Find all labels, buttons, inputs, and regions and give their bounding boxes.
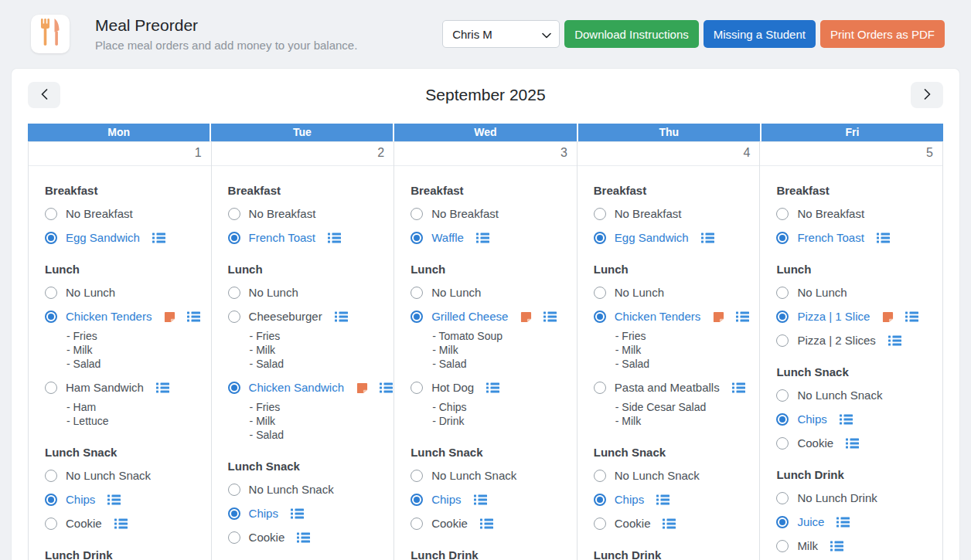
radio-button[interactable] <box>45 494 57 506</box>
previous-month-button[interactable] <box>28 82 60 108</box>
radio-button[interactable] <box>45 518 57 530</box>
meal-option[interactable]: Pizza | 2 Slices <box>760 334 942 348</box>
ingredients-list-icon[interactable] <box>474 494 487 505</box>
note-icon[interactable] <box>713 311 724 323</box>
radio-button[interactable] <box>594 311 606 323</box>
ingredients-list-icon[interactable] <box>291 508 304 519</box>
meal-option[interactable]: Grilled Cheese <box>394 310 577 324</box>
radio-button[interactable] <box>594 518 606 530</box>
ingredients-list-icon[interactable] <box>476 232 489 243</box>
ingredients-list-icon[interactable] <box>114 518 128 529</box>
radio-button[interactable] <box>228 507 240 520</box>
ingredients-list-icon[interactable] <box>187 311 200 322</box>
download-instructions-button[interactable]: Download Instructions <box>564 20 699 48</box>
radio-button[interactable] <box>228 287 240 299</box>
meal-option[interactable]: No Breakfast <box>29 207 211 221</box>
radio-button[interactable] <box>594 232 606 244</box>
ingredients-list-icon[interactable] <box>888 335 901 346</box>
missing-student-button[interactable]: Missing a Student <box>704 20 816 48</box>
radio-button[interactable] <box>776 287 789 299</box>
meal-option[interactable]: No Lunch <box>577 286 760 300</box>
meal-option[interactable]: Cookie <box>394 517 577 531</box>
radio-button[interactable] <box>776 492 789 504</box>
note-icon[interactable] <box>520 311 532 323</box>
ingredients-list-icon[interactable] <box>297 532 310 543</box>
radio-button[interactable] <box>594 208 606 220</box>
meal-option[interactable]: Chicken Tenders <box>29 310 211 324</box>
meal-option[interactable]: Chips <box>394 493 577 507</box>
radio-button[interactable] <box>45 208 57 220</box>
meal-option[interactable]: No Lunch <box>212 286 394 300</box>
radio-button[interactable] <box>776 516 789 528</box>
radio-button[interactable] <box>776 540 789 552</box>
radio-button[interactable] <box>776 437 789 450</box>
meal-option[interactable]: Chips <box>577 493 760 507</box>
radio-button[interactable] <box>776 334 789 347</box>
radio-button[interactable] <box>776 232 789 244</box>
meal-option[interactable]: No Lunch Snack <box>577 469 760 483</box>
meal-option[interactable]: No Lunch Drink <box>760 491 942 505</box>
meal-option[interactable]: Chips <box>212 507 394 521</box>
meal-option[interactable]: Pasta and Meatballs <box>577 381 760 395</box>
radio-button[interactable] <box>594 287 606 299</box>
radio-button[interactable] <box>776 208 789 220</box>
meal-option[interactable]: Egg Sandwich <box>577 231 760 245</box>
meal-option[interactable]: Cookie <box>212 531 394 545</box>
meal-option[interactable]: No Lunch Snack <box>394 469 577 483</box>
meal-option[interactable]: No Breakfast <box>577 207 760 221</box>
ingredients-list-icon[interactable] <box>840 414 853 425</box>
ingredients-list-icon[interactable] <box>335 311 348 322</box>
radio-button[interactable] <box>45 287 57 299</box>
note-icon[interactable] <box>882 311 894 323</box>
ingredients-list-icon[interactable] <box>701 232 714 243</box>
radio-button[interactable] <box>411 287 423 299</box>
meal-option[interactable]: Hot Dog <box>394 381 577 395</box>
radio-button[interactable] <box>411 382 423 394</box>
radio-button[interactable] <box>411 232 423 244</box>
note-icon[interactable] <box>356 382 368 394</box>
meal-option[interactable]: No Lunch Snack <box>212 483 394 497</box>
note-icon[interactable] <box>164 311 175 323</box>
meal-option[interactable]: Milk <box>760 539 942 553</box>
student-select[interactable]: Chris M <box>442 20 560 48</box>
meal-option[interactable]: No Breakfast <box>394 207 577 221</box>
radio-button[interactable] <box>45 232 57 244</box>
radio-button[interactable] <box>594 494 606 506</box>
meal-option[interactable]: French Toast <box>212 231 394 245</box>
meal-option[interactable]: No Breakfast <box>212 207 394 221</box>
meal-option[interactable]: No Breakfast <box>760 207 942 221</box>
meal-option[interactable]: Chicken Tenders <box>577 310 760 324</box>
radio-button[interactable] <box>45 311 57 323</box>
ingredients-list-icon[interactable] <box>328 232 341 243</box>
radio-button[interactable] <box>228 232 240 244</box>
radio-button[interactable] <box>411 494 423 506</box>
meal-option[interactable]: Pizza | 1 Slice <box>760 310 942 324</box>
radio-button[interactable] <box>228 311 240 323</box>
ingredients-list-icon[interactable] <box>480 518 493 529</box>
ingredients-list-icon[interactable] <box>732 382 745 393</box>
ingredients-list-icon[interactable] <box>152 232 165 243</box>
ingredients-list-icon[interactable] <box>656 494 669 505</box>
radio-button[interactable] <box>776 413 789 426</box>
meal-option[interactable]: No Lunch <box>394 286 577 300</box>
next-month-button[interactable] <box>911 82 943 108</box>
ingredients-list-icon[interactable] <box>543 311 557 322</box>
meal-option[interactable]: Waffle <box>394 231 577 245</box>
radio-button[interactable] <box>228 531 240 544</box>
meal-option[interactable]: Chicken Sandwich <box>212 381 394 395</box>
radio-button[interactable] <box>776 311 789 323</box>
ingredients-list-icon[interactable] <box>877 232 890 243</box>
radio-button[interactable] <box>228 382 240 394</box>
meal-option[interactable]: Ham Sandwich <box>29 381 211 395</box>
radio-button[interactable] <box>776 389 789 402</box>
ingredients-list-icon[interactable] <box>663 518 676 529</box>
ingredients-list-icon[interactable] <box>107 494 121 505</box>
print-orders-pdf-button[interactable]: Print Orders as PDF <box>820 20 945 48</box>
radio-button[interactable] <box>411 518 423 530</box>
meal-option[interactable]: Chips <box>29 493 211 507</box>
meal-option[interactable]: French Toast <box>760 231 942 245</box>
ingredients-list-icon[interactable] <box>905 311 918 322</box>
meal-option[interactable]: Juice <box>760 515 942 529</box>
radio-button[interactable] <box>45 470 57 482</box>
ingredients-list-icon[interactable] <box>156 382 169 393</box>
